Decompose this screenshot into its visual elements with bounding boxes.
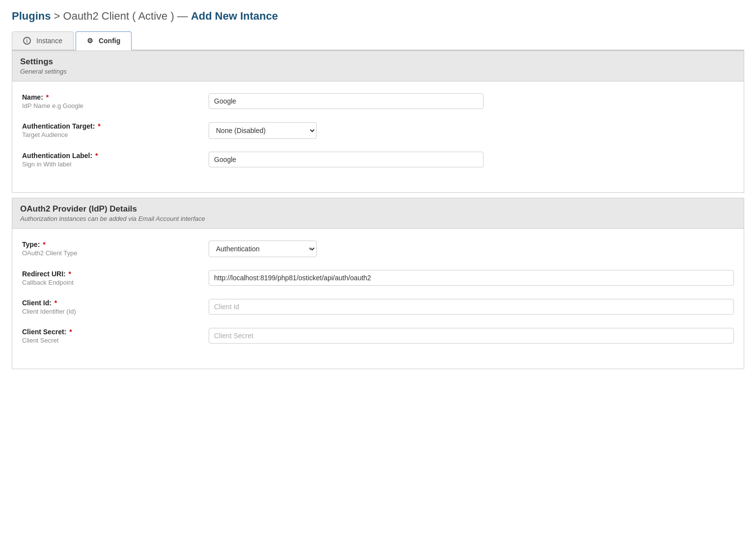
type-input-col: Authentication Authorization bbox=[209, 241, 734, 257]
auth-target-select[interactable]: None (Disabled) Staff Users Both bbox=[209, 122, 317, 139]
auth-label-input[interactable] bbox=[209, 152, 484, 167]
redirect-uri-input[interactable] bbox=[209, 270, 734, 286]
type-sublabel: OAuth2 Client Type bbox=[22, 249, 199, 257]
client-id-input-col bbox=[209, 299, 734, 315]
type-select[interactable]: Authentication Authorization bbox=[209, 241, 317, 257]
client-id-input[interactable] bbox=[209, 299, 734, 315]
redirect-uri-label-col: Redirect URI: * Callback Endpoint bbox=[22, 270, 209, 286]
auth-label-input-col bbox=[209, 152, 734, 167]
client-secret-input-col bbox=[209, 328, 734, 344]
oauth-title: OAuth2 Provider (IdP) Details bbox=[20, 204, 736, 214]
auth-target-sublabel: Target Audience bbox=[22, 131, 199, 138]
tab-instance-label: Instance bbox=[36, 37, 62, 45]
client-secret-input[interactable] bbox=[209, 328, 734, 344]
tab-config[interactable]: ⚙ Config bbox=[76, 31, 132, 51]
type-required: * bbox=[41, 241, 45, 248]
info-icon: i bbox=[23, 37, 31, 45]
breadcrumb: Plugins > Oauth2 Client ( Active ) — Add… bbox=[12, 10, 744, 23]
client-id-row: Client Id: * Client Identifier (Id) bbox=[22, 299, 734, 315]
auth-label-sublabel: Sign in With label bbox=[22, 160, 199, 168]
name-label: Name: * bbox=[22, 93, 199, 101]
auth-label-required: * bbox=[93, 152, 98, 160]
client-secret-label: Client Secret: * bbox=[22, 328, 199, 336]
plugins-link[interactable]: Plugins bbox=[12, 10, 51, 22]
name-sublabel: IdP Name e.g Google bbox=[22, 102, 199, 109]
redirect-uri-sublabel: Callback Endpoint bbox=[22, 279, 199, 286]
client-secret-required: * bbox=[67, 328, 72, 336]
separator1: > bbox=[51, 10, 63, 22]
type-label-col: Type: * OAuth2 Client Type bbox=[22, 241, 209, 257]
auth-label-label-col: Authentication Label: * Sign in With lab… bbox=[22, 152, 209, 168]
oauth-subtitle: Authorization instances can be added via… bbox=[20, 215, 736, 222]
name-input-col bbox=[209, 93, 734, 109]
name-input[interactable] bbox=[209, 93, 484, 109]
plugin-name: Oauth2 Client ( Active ) bbox=[63, 10, 174, 22]
oauth-form-area: Type: * OAuth2 Client Type Authenticatio… bbox=[12, 229, 744, 369]
client-id-required: * bbox=[53, 299, 57, 307]
oauth-section-header: OAuth2 Provider (IdP) Details Authorizat… bbox=[12, 198, 744, 229]
client-secret-label-col: Client Secret: * Client Secret bbox=[22, 328, 209, 344]
tabs-bar: i Instance ⚙ Config bbox=[12, 31, 744, 51]
settings-section-header: Settings General settings bbox=[12, 51, 744, 81]
auth-target-required: * bbox=[96, 122, 100, 130]
client-id-label: Client Id: * bbox=[22, 299, 199, 307]
settings-title: Settings bbox=[20, 57, 736, 67]
auth-target-label-col: Authentication Target: * Target Audience bbox=[22, 122, 209, 138]
auth-target-row: Authentication Target: * Target Audience… bbox=[22, 122, 734, 139]
settings-form-area: Name: * IdP Name e.g Google Authenticati… bbox=[12, 81, 744, 193]
auth-target-label: Authentication Target: * bbox=[22, 122, 199, 130]
auth-label-label: Authentication Label: * bbox=[22, 152, 199, 160]
redirect-uri-required: * bbox=[67, 270, 71, 278]
client-id-sublabel: Client Identifier (Id) bbox=[22, 308, 199, 315]
client-secret-row: Client Secret: * Client Secret bbox=[22, 328, 734, 344]
client-id-label-col: Client Id: * Client Identifier (Id) bbox=[22, 299, 209, 315]
name-row: Name: * IdP Name e.g Google bbox=[22, 93, 734, 109]
name-label-col: Name: * IdP Name e.g Google bbox=[22, 93, 209, 109]
separator2: — bbox=[174, 10, 191, 22]
type-row: Type: * OAuth2 Client Type Authenticatio… bbox=[22, 241, 734, 257]
redirect-uri-label: Redirect URI: * bbox=[22, 270, 199, 278]
type-label: Type: * bbox=[22, 241, 199, 248]
name-required: * bbox=[44, 93, 49, 101]
tab-config-label: Config bbox=[99, 37, 120, 45]
settings-subtitle: General settings bbox=[20, 68, 736, 75]
redirect-uri-row: Redirect URI: * Callback Endpoint bbox=[22, 270, 734, 286]
type-select-wrapper: Authentication Authorization bbox=[209, 241, 317, 257]
auth-target-input-col: None (Disabled) Staff Users Both bbox=[209, 122, 734, 139]
auth-label-row: Authentication Label: * Sign in With lab… bbox=[22, 152, 734, 168]
gear-icon: ⚙ bbox=[87, 37, 93, 45]
client-secret-sublabel: Client Secret bbox=[22, 337, 199, 344]
tab-instance[interactable]: i Instance bbox=[12, 31, 74, 50]
add-new-label: Add New Intance bbox=[191, 10, 278, 22]
redirect-uri-input-col bbox=[209, 270, 734, 286]
